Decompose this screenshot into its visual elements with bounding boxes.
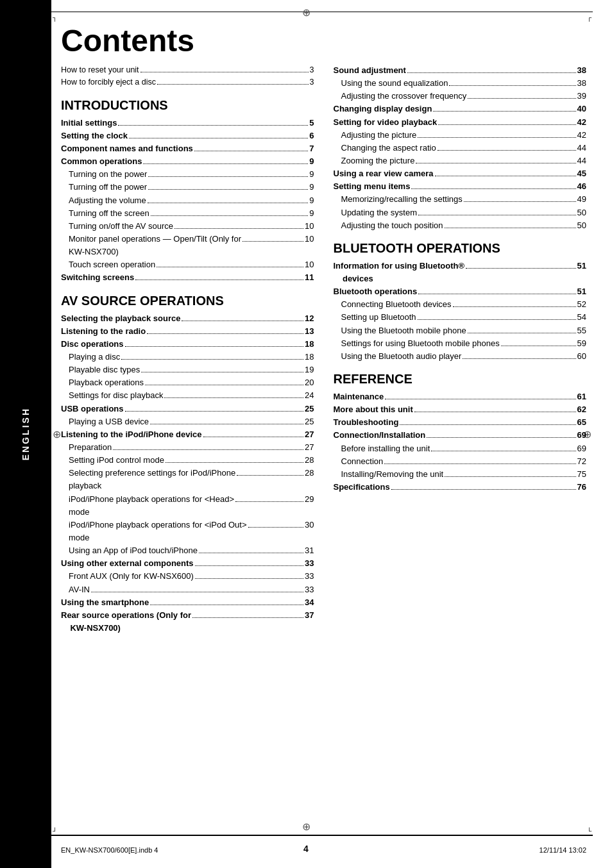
toc-label: Turning off the power: [69, 181, 147, 194]
toc-label: Setting the clock: [61, 129, 128, 142]
toc-rear-view-camera: Using a rear view camera 45: [334, 167, 587, 180]
toc-page: 11: [305, 271, 314, 284]
toc-page: 59: [577, 337, 586, 350]
toc-ipod-head-mode: iPod/iPhone playback operations for <Hea…: [61, 493, 314, 519]
toc-ipod-iphone: Listening to the iPod/iPhone device 27: [61, 428, 314, 441]
toc-page: 10: [305, 233, 314, 246]
toc-dots: [174, 228, 303, 229]
toc-installing-removing: Installing/Removing the unit 75: [334, 468, 587, 481]
toc-label: Playing a disc: [69, 351, 120, 363]
toc-page: 42: [577, 116, 586, 129]
toc-sound-adjustment: Sound adjustment 38: [334, 64, 587, 77]
toc-label: Disc operations: [61, 338, 124, 351]
toc-page: 42: [577, 129, 586, 142]
toc-page: 69: [577, 442, 586, 455]
toc-dots: [445, 476, 575, 477]
toc-label: Changing display design: [334, 103, 432, 115]
toc-page: 52: [577, 298, 586, 311]
toc-label: Zooming the picture: [341, 154, 415, 167]
toc-page: 62: [577, 403, 586, 416]
toc-page: 45: [577, 167, 586, 180]
toc-page: 33: [305, 583, 314, 596]
toc-page: 51: [577, 260, 586, 272]
toc-page: 18: [305, 338, 314, 351]
toc-page: 25: [305, 415, 314, 428]
toc-turning-on-power: Turning on the power 9: [61, 168, 314, 181]
toc-dots: [125, 346, 304, 347]
toc-dots: [242, 241, 303, 242]
toc-page: 54: [577, 311, 586, 324]
toc-label: USB operations: [61, 403, 124, 415]
toc-dots: [468, 333, 576, 333]
toc-label: Switching screens: [61, 271, 134, 284]
toc-smartphone: Using the smartphone 34: [61, 596, 314, 609]
toc-label: Setting iPod control mode: [69, 454, 164, 467]
page-title: Contents: [61, 26, 586, 56]
toc-av-in: AV-IN 33: [61, 583, 314, 596]
toc-label: iPod/iPhone playback operations for <iPo…: [69, 519, 247, 544]
toc-page: 50: [577, 206, 586, 219]
toc-dots: [182, 321, 303, 321]
toc-updating-system: Updating the system 50: [334, 206, 587, 219]
toc-label: Common operations: [61, 155, 142, 168]
toc-page: 44: [577, 154, 586, 167]
toc-turning-off-power: Turning off the power 9: [61, 181, 314, 194]
toc-before-installing: Before installing the unit 69: [334, 442, 587, 455]
toc-page: 29: [305, 493, 314, 506]
toc-page: 9: [309, 168, 314, 181]
toc-page: 3: [310, 76, 314, 88]
toc-dots: [464, 201, 576, 202]
toc-dots: [118, 125, 308, 126]
toc-label: How to reset your unit: [61, 64, 139, 76]
toc-label: Using an App of iPod touch/iPhone: [69, 544, 198, 557]
toc-label: Connection: [341, 455, 384, 468]
section-reference: REFERENCE: [334, 372, 587, 387]
toc-label: Adjusting the touch position: [341, 219, 443, 232]
toc-label: Using the smartphone: [61, 596, 149, 609]
toc-page: 28: [305, 467, 314, 480]
toc-page: 49: [577, 193, 586, 206]
toc-page: 12: [305, 312, 314, 325]
toc-label: Settings for using Bluetooth mobile phon…: [341, 337, 500, 350]
toc-page: 50: [577, 219, 586, 232]
toc-dots: [466, 268, 575, 269]
toc-settings-disc: Settings for disc playback 24: [61, 389, 314, 402]
toc-dots: [407, 72, 576, 73]
toc-switching-screens: Switching screens 11: [61, 271, 314, 284]
toc-label: Preparation: [69, 441, 112, 454]
toc-label: Setting up Bluetooth: [341, 311, 416, 324]
toc-label: Maintenance: [334, 390, 384, 403]
toc-label: Updating the system: [341, 206, 418, 219]
sidebar-label: ENGLISH: [21, 407, 31, 460]
toc-dots: [148, 203, 309, 203]
toc-preference-settings: Selecting preference settings for iPod/i…: [61, 467, 314, 492]
toc-playable-disc: Playable disc types 19: [61, 363, 314, 376]
toc-dots: [150, 424, 303, 424]
toc-dots: [135, 280, 303, 280]
footer-left: EN_KW-NSX700/600[E].indb 4: [61, 846, 158, 854]
toc-dots: [418, 294, 575, 294]
toc-connecting-bt: Connecting Bluetooth devices 52: [334, 298, 587, 311]
toc-bt-operations: Bluetooth operations 51: [334, 285, 587, 298]
toc-turning-on-off-av: Turning on/off the AV source 10: [61, 220, 314, 233]
toc-dots: [148, 176, 308, 177]
toc-dots: [427, 437, 575, 438]
toc-page: 76: [577, 481, 586, 494]
page-number: 4: [303, 844, 309, 854]
toc-page: 51: [577, 285, 586, 298]
toc-dots: [384, 463, 575, 464]
toc-page: 27: [305, 441, 314, 454]
toc-dots: [194, 151, 308, 151]
toc-dots: [400, 424, 575, 425]
toc-dots: [203, 437, 303, 437]
toc-dots: [235, 501, 303, 502]
toc-dots: [91, 592, 303, 592]
toc-page: 33: [305, 570, 314, 583]
toc-dots: [411, 188, 575, 189]
toc-page: 69: [577, 429, 586, 442]
toc-troubleshooting: Troubleshooting 65: [334, 416, 587, 429]
toc-page: 9: [309, 155, 314, 168]
toc-page: 6: [309, 129, 314, 142]
toc-label: Sound adjustment: [334, 64, 406, 77]
toc-label: Bluetooth operations: [334, 285, 418, 298]
